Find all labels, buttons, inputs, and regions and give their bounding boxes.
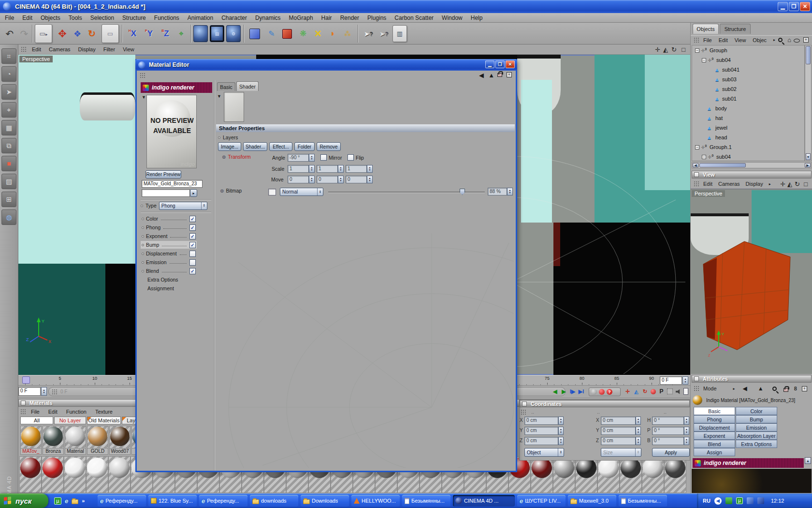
- strength-stepper[interactable]: ▲▼: [507, 188, 513, 195]
- material-name-field[interactable]: MATov_Gold_Bronza_23: [142, 180, 203, 188]
- collapse-icon[interactable]: −: [695, 48, 699, 53]
- channel-row-blend[interactable]: Blend✓: [141, 267, 197, 275]
- channel-checkbox[interactable]: [189, 259, 196, 266]
- texture-mode-icon[interactable]: ➤: [1, 84, 16, 100]
- frame-number-field[interactable]: 0 F: [660, 376, 682, 385]
- add-array-icon[interactable]: ❋: [296, 25, 310, 42]
- keyframe-selection-icon[interactable]: [667, 388, 673, 394]
- menu-item[interactable]: Window: [442, 15, 463, 21]
- panel-pin-icon[interactable]: [21, 401, 26, 405]
- move-stepper[interactable]: ▲▼: [338, 176, 344, 183]
- material-swatch[interactable]: [664, 456, 686, 493]
- sound-icon[interactable]: [676, 389, 681, 394]
- viewport-menu-item[interactable]: View: [123, 46, 134, 52]
- coord-stepper[interactable]: ▲▼: [684, 427, 689, 435]
- collapse-icon[interactable]: −: [695, 145, 699, 149]
- utorrent-tray-icon[interactable]: µ: [736, 497, 743, 504]
- material-swatch[interactable]: [531, 456, 553, 493]
- move-z-field[interactable]: 0: [346, 176, 367, 183]
- tree-label[interactable]: jewel: [715, 125, 727, 131]
- channel-enable-icon[interactable]: ⊚: [220, 188, 224, 194]
- tree-row[interactable]: −✛0sub04: [692, 55, 804, 65]
- view-menu-item[interactable]: Edit: [703, 181, 712, 187]
- tree-vscrollbar[interactable]: ▼: [805, 45, 812, 161]
- tree-label[interactable]: sub041: [722, 67, 740, 73]
- tree-label[interactable]: head: [715, 134, 727, 140]
- image-button[interactable]: Image...: [218, 142, 241, 151]
- attr-tab-extra-options[interactable]: Extra Options: [736, 440, 777, 448]
- menu-overflow-icon[interactable]: ▸: [769, 182, 771, 186]
- mini-perspective-viewport[interactable]: Y Z Perspective: [691, 189, 812, 374]
- scale-stepper[interactable]: ▲▼: [338, 165, 344, 173]
- attr-tab-basic[interactable]: Basic: [694, 407, 735, 415]
- channel-checkbox[interactable]: ✓: [189, 233, 196, 239]
- tree-label[interactable]: sub02: [722, 86, 737, 92]
- view-menu-item[interactable]: Cameras: [718, 181, 740, 187]
- menu-item[interactable]: Selection: [90, 15, 114, 21]
- coord-stepper[interactable]: ▲▼: [636, 437, 641, 445]
- channel-enable-icon[interactable]: ⊚: [222, 154, 226, 160]
- search-icon[interactable]: [778, 38, 783, 42]
- taskbar-task[interactable]: Безымянны...: [402, 495, 450, 507]
- panel-grip[interactable]: [20, 409, 26, 415]
- preview-collapse-icon[interactable]: ▼: [142, 95, 146, 100]
- tree-label[interactable]: Grouph.1: [710, 144, 732, 150]
- coord-stepper[interactable]: ▲▼: [636, 417, 641, 425]
- coordinate-mode-dropdown[interactable]: Object⇕: [524, 448, 564, 457]
- channel-row-color[interactable]: Color✓: [141, 215, 197, 223]
- blend-mode-dropdown[interactable]: Normal⇕: [280, 188, 323, 196]
- material-swatch[interactable]: [575, 456, 597, 493]
- channel-row-displacement[interactable]: Displacement: [141, 250, 197, 257]
- shader-button[interactable]: Shader...: [243, 142, 267, 151]
- tree-row[interactable]: ▲sub03: [692, 75, 804, 84]
- panel-grip[interactable]: [521, 409, 526, 416]
- material-swatch[interactable]: [642, 456, 664, 493]
- tree-label[interactable]: sub01: [722, 96, 737, 102]
- renderer-section-bar[interactable]: indigo renderer: [693, 458, 804, 468]
- panel-pin-icon[interactable]: [694, 376, 699, 381]
- add-cube-icon[interactable]: [246, 25, 263, 42]
- tree-row[interactable]: ▲sub01: [692, 94, 804, 104]
- coord-field[interactable]: 0 cm: [524, 417, 558, 425]
- material-preview[interactable]: NO PREVIEW AVAILABLE indigo: [146, 95, 197, 168]
- record-scale-icon[interactable]: ◭: [632, 388, 640, 396]
- object-axis-mode-icon[interactable]: ⧉: [1, 138, 16, 153]
- shell-icon[interactable]: ◗: [326, 25, 339, 42]
- tab-shader[interactable]: Shader: [236, 81, 259, 91]
- edges-mode-icon[interactable]: ▨: [1, 174, 16, 189]
- channel-checkbox[interactable]: ✓: [189, 268, 196, 274]
- boole-icon[interactable]: ✕: [311, 25, 325, 42]
- bitmap-color-swatch[interactable]: [268, 189, 276, 195]
- menu-item[interactable]: Animation: [188, 15, 213, 21]
- lock-icon[interactable]: [497, 73, 502, 77]
- channel-row-bump[interactable]: Bump✓: [141, 241, 197, 249]
- coord-field[interactable]: 0 °: [652, 437, 684, 445]
- size-mode-dropdown[interactable]: Size⇕: [601, 448, 641, 457]
- material-swatch[interactable]: MATov_: [20, 426, 42, 455]
- live-selection-icon[interactable]: ▭▸: [35, 24, 52, 43]
- coordinates-header[interactable]: Coordinates: [520, 400, 690, 407]
- panel-grip[interactable]: [140, 73, 145, 79]
- scale-x-field[interactable]: 1: [288, 165, 309, 173]
- workplane-mode-icon[interactable]: ▦: [1, 120, 16, 135]
- type-dropdown[interactable]: Phong⇕: [159, 202, 207, 210]
- view-panel-header[interactable]: View: [692, 171, 812, 179]
- tab-structure[interactable]: Structure: [720, 24, 751, 34]
- angle-field[interactable]: -90 °: [288, 154, 309, 162]
- objects-menu-item[interactable]: File: [703, 37, 712, 43]
- attr-tab-emission[interactable]: Emission: [736, 423, 777, 432]
- material-swatch[interactable]: Material: [65, 426, 86, 455]
- view-pan-icon[interactable]: ✛: [655, 46, 660, 53]
- tray-blue-icon[interactable]: [747, 497, 754, 504]
- language-indicator[interactable]: RU: [703, 498, 710, 504]
- eye-icon[interactable]: [794, 39, 800, 43]
- materials-menu-item[interactable]: Edit: [48, 409, 58, 415]
- tab-objects[interactable]: Objects: [693, 24, 719, 34]
- tree-row[interactable]: ▲body: [692, 104, 804, 113]
- material-swatch[interactable]: Bronza: [43, 426, 64, 455]
- menu-item[interactable]: File: [5, 15, 14, 21]
- particles-icon[interactable]: ⁂: [340, 25, 355, 42]
- collapse-icon[interactable]: −: [702, 155, 706, 159]
- record-parameter-icon[interactable]: [651, 389, 656, 394]
- material-swatch[interactable]: [553, 456, 575, 493]
